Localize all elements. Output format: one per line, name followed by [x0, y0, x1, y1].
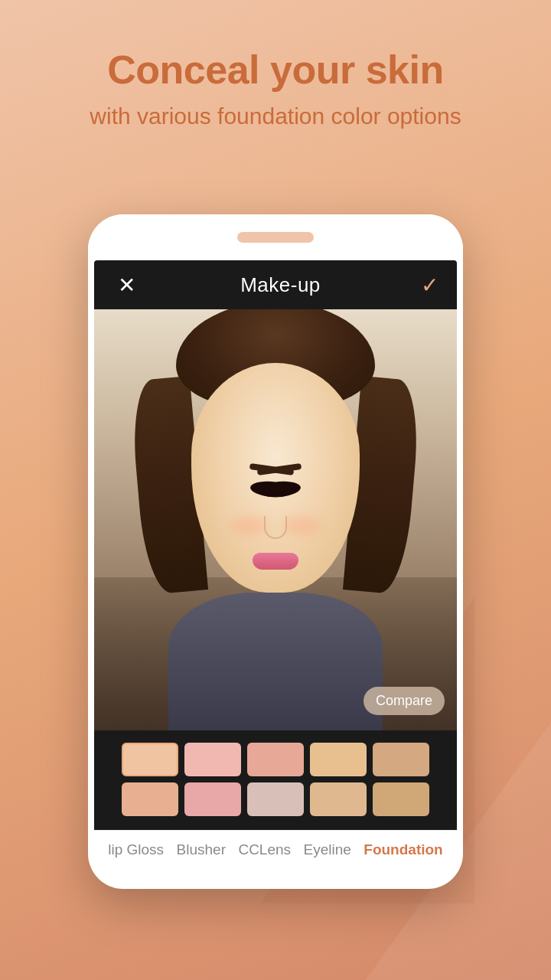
camera-view: Compare	[94, 309, 457, 730]
phone-mockup: ✕ Make-up ✓	[88, 214, 463, 889]
app-ui: ✕ Make-up ✓	[94, 260, 457, 866]
swatches-row-2	[102, 782, 449, 816]
face-silhouette	[161, 317, 390, 608]
swatch-row1-4[interactable]	[373, 743, 429, 776]
swatch-row1-2[interactable]	[247, 743, 304, 776]
swatch-row1-3[interactable]	[310, 743, 367, 776]
body-shape	[168, 593, 383, 730]
headline-section: Conceal your skin with various foundatio…	[0, 46, 551, 131]
headline-subtitle: with various foundation color options	[31, 101, 520, 131]
headline-title: Conceal your skin	[31, 46, 520, 93]
category-tabs: lip GlossBlusherCCLensEyelineFoundation	[94, 830, 457, 866]
lips	[253, 553, 298, 570]
swatch-row2-0[interactable]	[122, 782, 178, 816]
category-tab-blusher[interactable]: Blusher	[177, 841, 226, 858]
swatch-row2-1[interactable]	[184, 782, 241, 816]
compare-button[interactable]: Compare	[364, 687, 445, 715]
swatch-row2-3[interactable]	[310, 782, 367, 816]
phone-speaker	[237, 232, 314, 243]
swatch-row2-4[interactable]	[373, 782, 429, 816]
swatch-row1-0[interactable]	[122, 743, 178, 776]
app-header: ✕ Make-up ✓	[94, 260, 457, 309]
category-tab-eyeline[interactable]: Eyeline	[304, 841, 351, 858]
swatches-row-1	[102, 743, 449, 776]
phone-top-bar	[88, 214, 463, 260]
category-tab-cclens[interactable]: CCLens	[238, 841, 291, 858]
category-tab-foundation[interactable]: Foundation	[364, 841, 442, 858]
category-tab-lip-gloss[interactable]: lip Gloss	[108, 841, 164, 858]
confirm-button[interactable]: ✓	[421, 273, 439, 298]
swatch-row2-2[interactable]	[247, 782, 304, 816]
cheek-right	[283, 516, 321, 535]
cheek-left	[230, 516, 268, 535]
face-oval	[191, 363, 360, 593]
swatch-row1-1[interactable]	[184, 743, 241, 776]
close-button[interactable]: ✕	[112, 273, 140, 298]
app-title: Make-up	[240, 273, 321, 297]
swatches-section	[94, 730, 457, 830]
